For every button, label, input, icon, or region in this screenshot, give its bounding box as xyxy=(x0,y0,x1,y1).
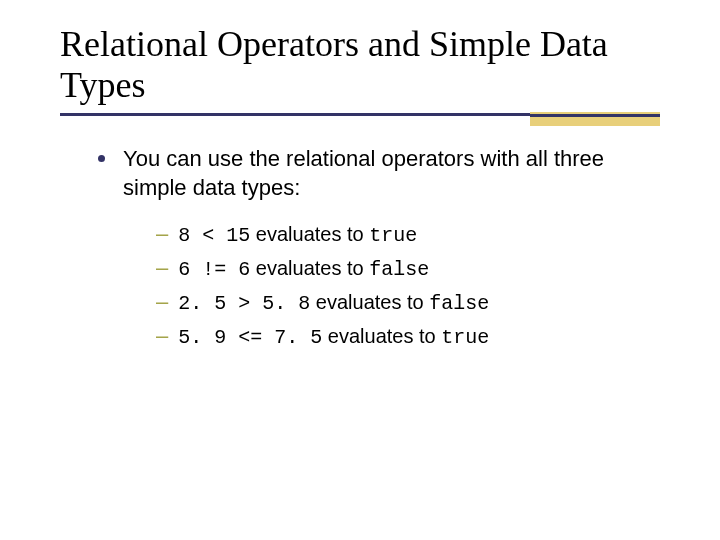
mid-text: evaluates to xyxy=(322,325,441,347)
dash-icon: – xyxy=(156,319,168,353)
dash-icon: – xyxy=(156,251,168,285)
bullet-item: You can use the relational operators wit… xyxy=(98,144,660,203)
list-item-text: 6 != 6 evaluates to false xyxy=(178,253,429,285)
bullet-text: You can use the relational operators wit… xyxy=(123,144,660,203)
code-expr: 5. 9 <= 7. 5 xyxy=(178,326,322,349)
list-item-text: 5. 9 <= 7. 5 evaluates to true xyxy=(178,321,489,353)
list-item: – 2. 5 > 5. 8 evaluates to false xyxy=(156,285,660,319)
list-item: – 8 < 15 evaluates to true xyxy=(156,217,660,251)
list-item-text: 2. 5 > 5. 8 evaluates to false xyxy=(178,287,489,319)
code-expr: 6 != 6 xyxy=(178,258,250,281)
slide: Relational Operators and Simple Data Typ… xyxy=(0,0,720,354)
mid-text: evaluates to xyxy=(250,223,369,245)
code-result: true xyxy=(441,326,489,349)
code-expr: 2. 5 > 5. 8 xyxy=(178,292,310,315)
list-item: – 5. 9 <= 7. 5 evaluates to true xyxy=(156,319,660,353)
code-result: false xyxy=(369,258,429,281)
code-result: true xyxy=(369,224,417,247)
content-area: You can use the relational operators wit… xyxy=(60,144,660,354)
dash-icon: – xyxy=(156,285,168,319)
code-result: false xyxy=(429,292,489,315)
list-item: – 6 != 6 evaluates to false xyxy=(156,251,660,285)
slide-title: Relational Operators and Simple Data Typ… xyxy=(60,24,660,107)
title-accent-bar xyxy=(530,112,660,126)
title-underline xyxy=(60,113,660,116)
dash-icon: – xyxy=(156,217,168,251)
bullet-icon xyxy=(98,155,105,162)
mid-text: evaluates to xyxy=(310,291,429,313)
code-expr: 8 < 15 xyxy=(178,224,250,247)
sub-list: – 8 < 15 evaluates to true – 6 != 6 eval… xyxy=(98,217,660,353)
mid-text: evaluates to xyxy=(250,257,369,279)
list-item-text: 8 < 15 evaluates to true xyxy=(178,219,417,251)
